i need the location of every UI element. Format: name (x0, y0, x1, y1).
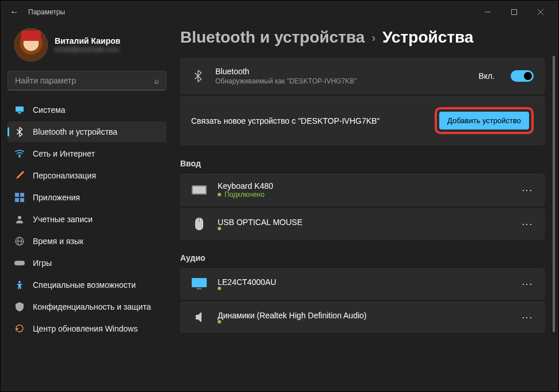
section-title-audio: Аудио (180, 253, 545, 262)
toggle-label: Вкл. (478, 71, 495, 81)
sidebar-item-accessibility[interactable]: Специальные возможности (7, 275, 166, 295)
sidebar-item-accounts[interactable]: Учетные записи (7, 209, 166, 230)
sidebar-item-label: Центр обновления Windows (33, 324, 138, 333)
device-name: Динамики (Realtek High Definition Audio) (218, 311, 511, 320)
svg-rect-8 (20, 193, 24, 197)
svg-rect-7 (15, 193, 19, 197)
sidebar-item-gaming[interactable]: Игры (7, 253, 166, 273)
profile-name: Виталий Каиров (55, 36, 120, 45)
svg-rect-4 (16, 106, 24, 112)
sidebar-item-bluetooth[interactable]: Bluetooth и устройства (7, 121, 166, 142)
bluetooth-card: Bluetooth Обнаруживаемый как "DESKTOP-IV… (180, 58, 545, 94)
svg-rect-22 (197, 288, 201, 290)
svg-point-11 (18, 216, 21, 219)
svg-rect-21 (192, 278, 207, 287)
scrollbar[interactable] (553, 56, 555, 385)
gamepad-icon (14, 258, 25, 268)
breadcrumb-current: Устройства (382, 28, 473, 47)
svg-rect-15 (14, 261, 25, 265)
svg-rect-5 (18, 112, 21, 113)
shield-icon (14, 302, 25, 312)
sidebar-item-label: Время и язык (33, 237, 83, 246)
search-input[interactable] (15, 76, 154, 85)
profile-email: email@example.com (55, 45, 120, 54)
more-button[interactable]: ⋮ (521, 185, 534, 195)
sidebar-item-system[interactable]: Система (7, 100, 166, 120)
display-icon (191, 276, 207, 292)
maximize-button[interactable] (501, 3, 527, 21)
sidebar-item-label: Bluetooth и устройства (33, 127, 117, 136)
more-button[interactable]: ⋮ (521, 219, 534, 229)
update-icon (14, 324, 25, 334)
sidebar-item-label: Персонализация (33, 171, 96, 180)
device-status (218, 287, 511, 290)
sidebar-item-label: Игры (33, 258, 52, 268)
device-name: Keyboard K480 (218, 181, 511, 191)
mouse-icon (191, 216, 207, 232)
svg-rect-18 (193, 187, 206, 193)
breadcrumb: Bluetooth и устройства › Устройства (180, 24, 545, 58)
svg-rect-10 (20, 198, 24, 202)
device-card[interactable]: Динамики (Realtek High Definition Audio)… (180, 302, 545, 333)
search-box[interactable]: ⌕ (7, 71, 166, 90)
titlebar: ← Параметры (1, 1, 558, 24)
bluetooth-toggle[interactable] (511, 70, 534, 82)
pair-card: Связать новое устройство с "DESKTOP-IVHG… (180, 96, 545, 145)
speaker-icon (191, 309, 207, 325)
user-icon (14, 214, 25, 224)
sidebar-item-time[interactable]: Время и язык (7, 231, 166, 252)
scrollbar-thumb[interactable] (553, 56, 555, 332)
monitor-icon (14, 105, 25, 115)
close-button[interactable] (527, 3, 554, 21)
sidebar: Виталий Каиров email@example.com ⌕ Систе… (1, 24, 173, 391)
brush-icon (14, 170, 25, 181)
bluetooth-title: Bluetooth (215, 67, 468, 76)
back-button[interactable]: ← (5, 3, 24, 21)
device-card[interactable]: LE24CT4000AU⋮ (180, 268, 545, 299)
window-controls (474, 3, 554, 21)
chevron-right-icon: › (372, 31, 376, 44)
pair-text: Связать новое устройство с "DESKTOP-IVHG… (191, 116, 424, 125)
sidebar-item-network[interactable]: Сеть и Интернет (7, 143, 166, 164)
sidebar-item-label: Специальные возможности (33, 280, 136, 290)
device-name: USB OPTICAL MOUSE (218, 218, 511, 227)
avatar (14, 28, 48, 62)
breadcrumb-parent[interactable]: Bluetooth и устройства (180, 28, 365, 47)
sidebar-item-apps[interactable]: Приложения (7, 187, 166, 208)
sidebar-item-personalization[interactable]: Персонализация (7, 165, 166, 186)
svg-point-16 (18, 281, 21, 283)
profile[interactable]: Виталий Каиров email@example.com (7, 24, 166, 71)
device-status (218, 227, 511, 230)
bluetooth-subtitle: Обнаруживаемый как "DESKTOP-IVHG7KB" (215, 77, 468, 85)
sidebar-item-label: Конфиденциальность и защита (33, 302, 151, 311)
bluetooth-icon (14, 127, 25, 137)
minimize-button[interactable] (474, 3, 501, 21)
svg-point-6 (19, 156, 20, 157)
app-title: Параметры (28, 8, 65, 16)
grid-icon (14, 192, 25, 203)
search-icon: ⌕ (154, 76, 159, 85)
sidebar-item-privacy[interactable]: Конфиденциальность и защита (7, 296, 166, 317)
wifi-icon (14, 149, 25, 159)
sidebar-item-label: Учетные записи (33, 215, 93, 224)
globe-icon (14, 236, 25, 246)
device-card[interactable]: USB OPTICAL MOUSE⋮ (180, 208, 545, 239)
svg-rect-1 (512, 10, 517, 15)
more-button[interactable]: ⋮ (521, 279, 534, 288)
add-device-button[interactable]: Добавить устройство (439, 112, 529, 130)
main-content: Bluetooth и устройства › Устройства Blue… (173, 24, 558, 391)
device-name: LE24CT4000AU (218, 277, 511, 287)
more-button[interactable]: ⋮ (521, 313, 534, 322)
sidebar-item-label: Приложения (33, 193, 80, 202)
accessibility-icon (14, 280, 25, 290)
bluetooth-icon (191, 70, 205, 82)
keyboard-icon (191, 182, 207, 198)
device-status: Подключено (218, 191, 511, 199)
sidebar-item-label: Сеть и Интернет (33, 149, 95, 158)
sidebar-item-label: Система (33, 105, 65, 115)
sidebar-item-update[interactable]: Центр обновления Windows (7, 318, 166, 339)
device-status (218, 320, 511, 324)
nav: СистемаBluetooth и устройстваСеть и Инте… (7, 100, 166, 339)
svg-rect-9 (15, 198, 19, 202)
device-card[interactable]: Keyboard K480Подключено⋮ (180, 174, 545, 206)
